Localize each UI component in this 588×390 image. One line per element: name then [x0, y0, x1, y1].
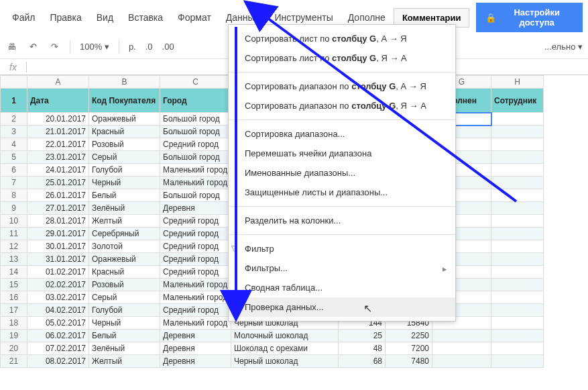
print-icon[interactable]: 🖶: [5, 41, 17, 53]
cell[interactable]: 21.01.2017: [27, 126, 89, 138]
cell[interactable]: 7480: [386, 355, 432, 368]
cell[interactable]: Средний город: [160, 266, 231, 279]
sort-sheet-az[interactable]: Сортировать лист по столбцу G, А → Я: [229, 29, 455, 48]
cell[interactable]: [491, 138, 544, 151]
cell[interactable]: [491, 317, 544, 330]
cell[interactable]: [491, 240, 544, 253]
menu-format[interactable]: Формат: [171, 8, 218, 27]
data-validation[interactable]: Проверка данных...: [229, 297, 455, 317]
cell[interactable]: Маленький город: [160, 317, 231, 330]
cell[interactable]: 22.01.2017: [27, 138, 89, 151]
cell[interactable]: Маленький город: [160, 291, 231, 304]
cell[interactable]: Деревня: [160, 342, 231, 355]
menu-view[interactable]: Вид: [90, 8, 120, 27]
cell[interactable]: Средний город: [160, 228, 231, 240]
cell[interactable]: 01.02.2017: [27, 266, 89, 279]
cell[interactable]: [491, 291, 544, 304]
hdr-employee[interactable]: Сотрудник: [491, 89, 544, 113]
cell[interactable]: Голубой: [89, 164, 160, 177]
cell[interactable]: Средний город: [160, 215, 231, 228]
cell[interactable]: Серебряный: [89, 228, 160, 240]
cell[interactable]: 08.02.2017: [27, 355, 89, 368]
cell[interactable]: Черный: [89, 317, 160, 330]
cell[interactable]: Зелёный: [89, 342, 160, 355]
toolbar-overflow[interactable]: ...ельно ▾: [544, 42, 583, 52]
cell[interactable]: 48: [339, 342, 386, 355]
cell[interactable]: Шоколад с орехами: [231, 342, 339, 355]
cell[interactable]: Красный: [89, 266, 160, 279]
cell[interactable]: [491, 126, 544, 138]
cell[interactable]: 2250: [386, 330, 432, 342]
cell[interactable]: Средний город: [160, 138, 231, 151]
cell[interactable]: 27.01.2017: [27, 202, 89, 215]
cell[interactable]: Молочный шоколад: [231, 330, 339, 342]
cell[interactable]: Желтый: [89, 215, 160, 228]
increase-decimal[interactable]: .00: [162, 42, 174, 52]
cell[interactable]: Деревня: [160, 355, 231, 368]
cell[interactable]: [491, 253, 544, 266]
cell[interactable]: Розовый: [89, 138, 160, 151]
col-A[interactable]: A: [27, 76, 89, 89]
decrease-decimal[interactable]: .0: [145, 42, 153, 52]
cell[interactable]: 06.02.2017: [27, 330, 89, 342]
cell[interactable]: 28.01.2017: [27, 215, 89, 228]
cell[interactable]: 30.01.2017: [27, 240, 89, 253]
cell[interactable]: 25.01.2017: [27, 177, 89, 189]
cell[interactable]: [491, 342, 544, 355]
sort-range-za[interactable]: Сортировать диапазон по столбцу G, Я → А: [229, 96, 455, 115]
protected-sheets[interactable]: Защищенные листы и диапазоны...: [229, 183, 455, 202]
col-C[interactable]: C: [160, 76, 231, 89]
cell[interactable]: 07.02.2017: [27, 342, 89, 355]
cell[interactable]: Большой город: [160, 151, 231, 164]
cell[interactable]: Оранжевый: [89, 253, 160, 266]
undo-icon[interactable]: ↶: [27, 41, 39, 53]
cell[interactable]: 04.02.2017: [27, 304, 89, 317]
cell[interactable]: 29.01.2017: [27, 228, 89, 240]
cell[interactable]: [491, 355, 544, 368]
split-columns[interactable]: Разделить на колонки...: [229, 211, 455, 230]
cell[interactable]: Черный шоколад: [231, 355, 339, 368]
cell[interactable]: 20.01.2017: [27, 113, 89, 126]
cell[interactable]: 02.02.2017: [27, 279, 89, 291]
cell[interactable]: Средний город: [160, 253, 231, 266]
cell[interactable]: 31.01.2017: [27, 253, 89, 266]
cell[interactable]: Зелёный: [89, 202, 160, 215]
table-row[interactable]: 2007.02.2017ЗелёныйДеревняШоколад с орех…: [1, 342, 544, 355]
cell[interactable]: Большой город: [160, 126, 231, 138]
pivot-table[interactable]: Сводная таблица...: [229, 278, 455, 297]
cell[interactable]: Деревня: [160, 202, 231, 215]
hdr-buyer[interactable]: Код Покупателя: [89, 89, 160, 113]
cell[interactable]: [491, 330, 544, 342]
menu-insert[interactable]: Вставка: [121, 8, 170, 27]
cell[interactable]: 24.01.2017: [27, 164, 89, 177]
cell[interactable]: 26.01.2017: [27, 189, 89, 202]
cell[interactable]: Желтый: [89, 355, 160, 368]
named-ranges[interactable]: Именованные диапазоны...: [229, 163, 455, 183]
filter-toggle[interactable]: ▽Фильтр: [229, 239, 455, 258]
col-B[interactable]: B: [89, 76, 160, 89]
cell[interactable]: Розовый: [89, 279, 160, 291]
cell[interactable]: Маленький город: [160, 279, 231, 291]
cell[interactable]: [491, 202, 544, 215]
col-H[interactable]: H: [491, 76, 544, 89]
cell[interactable]: Черный: [89, 177, 160, 189]
cell[interactable]: [491, 189, 544, 202]
cell[interactable]: Голубой: [89, 304, 160, 317]
table-row[interactable]: 1906.02.2017БелыйДеревняМолочный шоколад…: [1, 330, 544, 342]
cell[interactable]: 68: [339, 355, 386, 368]
cell[interactable]: 05.02.2017: [27, 317, 89, 330]
zoom-select[interactable]: 100% ▾: [80, 42, 109, 52]
cell[interactable]: [491, 266, 544, 279]
cell[interactable]: [491, 113, 544, 126]
cell[interactable]: [432, 355, 491, 368]
sort-range-dialog[interactable]: Сортировка диапазона...: [229, 124, 455, 144]
cell[interactable]: Белый: [89, 330, 160, 342]
filter-views[interactable]: Фильтры...▸: [229, 258, 455, 278]
cell[interactable]: Большой город: [160, 113, 231, 126]
cell[interactable]: [491, 304, 544, 317]
cell[interactable]: Оранжевый: [89, 113, 160, 126]
cell[interactable]: Большой город: [160, 189, 231, 202]
share-button[interactable]: 🔒 Настройки доступа: [476, 3, 583, 32]
hdr-city[interactable]: Город: [160, 89, 231, 113]
cell[interactable]: [491, 151, 544, 164]
